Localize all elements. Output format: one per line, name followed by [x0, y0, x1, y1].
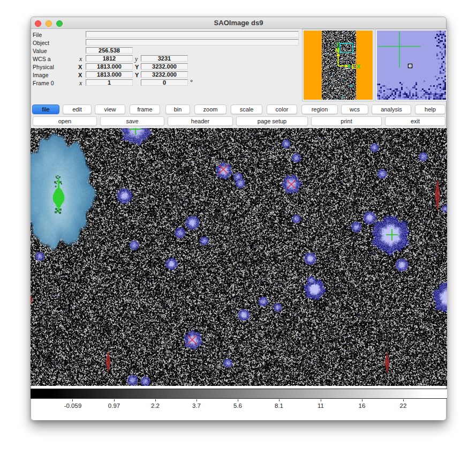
- svg-text:X: X: [357, 63, 361, 70]
- svg-text:N: N: [335, 47, 339, 54]
- svg-text:E: E: [352, 63, 356, 70]
